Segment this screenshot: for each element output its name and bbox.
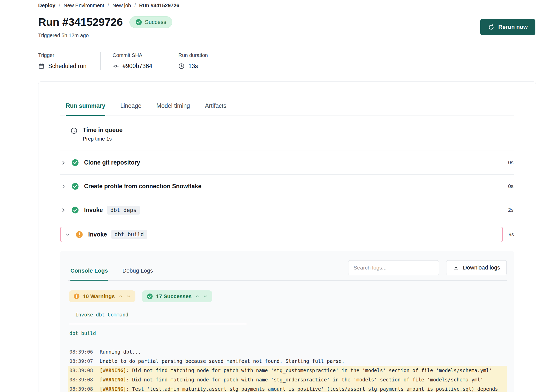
step-command-chip: dbt deps <box>107 206 140 215</box>
download-icon <box>453 265 459 271</box>
log-line: Invoke dbt Command <box>68 310 507 319</box>
tab-model-timing[interactable]: Model timing <box>156 102 190 116</box>
meta-trigger: Trigger Scheduled run <box>38 52 101 70</box>
successes-next-chevron-down-icon[interactable] <box>203 294 208 299</box>
page-title: Run #341529726 <box>38 16 123 28</box>
step-create-profile-snowflake[interactable]: Create profile from connection Snowflake… <box>60 175 514 198</box>
clock-icon <box>178 63 185 69</box>
successes-badge: 17 Successes <box>142 290 212 302</box>
log-line: 08:39:07Unable to do partial parsing bec… <box>68 356 507 366</box>
prep-time-link[interactable]: Prep time 1s <box>83 136 112 142</box>
step-label: Clone git repository <box>84 159 140 166</box>
run-detail-page: Deploy / New Environment / New job / Run… <box>0 0 539 392</box>
chevron-right-icon[interactable] <box>61 184 66 189</box>
breadcrumb-separator: / <box>108 3 109 9</box>
tab-run-summary[interactable]: Run summary <box>66 102 105 116</box>
console-log-output: Invoke dbt Command ─────────────────────… <box>68 310 507 392</box>
meta-commit: Commit SHA #900b7364 <box>112 52 166 70</box>
log-warning-line: 08:39:08[WARNING]: Test 'test.admin_matu… <box>68 384 507 392</box>
log-divider-line: ────────────────────────────────────────… <box>68 319 507 329</box>
meta-duration-label: Run duration <box>178 52 208 58</box>
step-duration: 2s <box>508 207 513 213</box>
warnings-prev-chevron-up-icon[interactable] <box>118 294 123 299</box>
tab-lineage[interactable]: Lineage <box>120 102 141 116</box>
rerun-now-label: Rerun now <box>498 24 528 30</box>
log-line: dbt build <box>68 329 507 338</box>
run-header: Run #341529726 Success Triggered 5h 12m … <box>38 16 536 38</box>
rerun-now-button[interactable]: Rerun now <box>480 19 535 35</box>
breadcrumb-new-job[interactable]: New job <box>112 3 131 9</box>
success-check-icon <box>71 159 79 166</box>
logs-panel: Console Logs Debug Logs Download logs <box>60 251 514 392</box>
meta-duration-value: 13s <box>188 63 198 70</box>
download-logs-button[interactable]: Download logs <box>446 260 507 275</box>
chevron-down-icon[interactable] <box>65 232 70 237</box>
log-filter-badges: 10 Warnings 17 Successes <box>68 290 507 302</box>
time-in-queue-section: Time in queue Prep time 1s <box>60 116 514 151</box>
successes-badge-label: 17 Successes <box>156 293 192 299</box>
success-check-icon <box>71 183 79 190</box>
refresh-icon <box>488 24 494 30</box>
breadcrumb-deploy[interactable]: Deploy <box>38 3 55 9</box>
step-duration: 9s <box>509 232 514 238</box>
run-meta: Trigger Scheduled run Commit SHA #900b73… <box>38 52 536 70</box>
step-label: Invoke <box>84 207 103 214</box>
breadcrumb: Deploy / New Environment / New job / Run… <box>38 3 536 9</box>
meta-commit-label: Commit SHA <box>112 52 152 58</box>
warnings-badge-label: 10 Warnings <box>83 293 115 299</box>
logs-panel-header: Console Logs Debug Logs Download logs <box>68 260 507 281</box>
meta-commit-value: #900b7364 <box>123 63 152 70</box>
chevron-right-icon[interactable] <box>61 160 66 166</box>
tab-artifacts[interactable]: Artifacts <box>205 102 226 116</box>
commit-icon <box>112 63 119 69</box>
meta-trigger-label: Trigger <box>38 52 86 58</box>
warning-circle-icon <box>74 293 80 299</box>
check-circle-icon <box>135 19 142 26</box>
status-badge-label: Success <box>145 19 166 26</box>
log-line <box>68 338 507 347</box>
check-circle-icon <box>147 293 153 299</box>
status-badge: Success <box>129 16 172 28</box>
step-invoke-dbt-build-row[interactable]: Invoke dbt build <box>60 227 503 242</box>
step-invoke-dbt-build: Invoke dbt build 9s <box>60 227 514 242</box>
search-logs-input[interactable] <box>348 260 439 275</box>
breadcrumb-run-id: Run #341529726 <box>139 3 179 9</box>
run-tabs: Run summary Lineage Model timing Artifac… <box>60 82 514 116</box>
triggered-text: Triggered 5h 12m ago <box>38 32 536 38</box>
breadcrumb-new-environment[interactable]: New Environment <box>63 3 104 9</box>
step-duration: 0s <box>508 160 513 166</box>
calendar-icon <box>38 63 45 69</box>
step-command-chip: dbt build <box>111 230 147 239</box>
breadcrumb-separator: / <box>134 3 136 9</box>
log-line: 08:39:06Running dbt... <box>68 347 507 356</box>
warnings-badge: 10 Warnings <box>69 290 135 302</box>
breadcrumb-separator: / <box>59 3 60 9</box>
step-label: Create profile from connection Snowflake <box>84 183 201 190</box>
log-warning-line: 08:39:08[WARNING]: Did not find matching… <box>68 375 507 384</box>
tab-debug-logs[interactable]: Debug Logs <box>122 267 153 280</box>
meta-duration: Run duration 13s <box>178 52 222 70</box>
chevron-right-icon[interactable] <box>61 207 66 213</box>
step-duration: 0s <box>508 183 513 189</box>
meta-trigger-value: Scheduled run <box>48 63 86 70</box>
clock-icon <box>70 127 78 142</box>
step-label: Invoke <box>88 231 107 238</box>
download-logs-label: Download logs <box>463 264 500 271</box>
tab-console-logs[interactable]: Console Logs <box>70 267 108 280</box>
log-warning-line: 08:39:08[WARNING]: Did not find matching… <box>68 366 507 375</box>
run-summary-card: Run summary Lineage Model timing Artifac… <box>38 81 536 392</box>
step-invoke-dbt-deps[interactable]: Invoke dbt deps 2s <box>60 198 514 222</box>
warnings-next-chevron-down-icon[interactable] <box>126 294 131 299</box>
time-in-queue-title: Time in queue <box>83 127 123 134</box>
successes-prev-chevron-up-icon[interactable] <box>195 294 200 299</box>
step-clone-git-repository[interactable]: Clone git repository 0s <box>60 151 514 175</box>
warning-circle-icon <box>76 231 83 238</box>
success-check-icon <box>71 206 79 214</box>
